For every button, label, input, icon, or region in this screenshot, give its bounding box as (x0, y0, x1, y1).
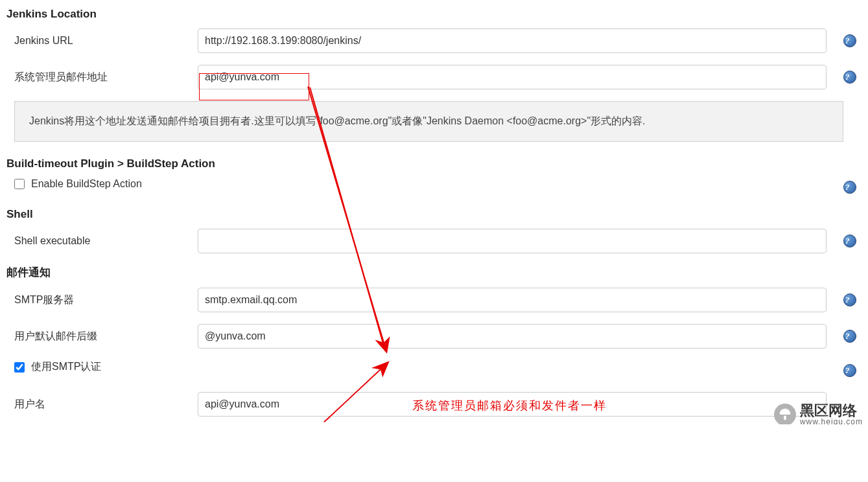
label-shell-exec: Shell executable (6, 235, 198, 247)
help-icon[interactable]: ? (843, 34, 856, 47)
input-smtp-server[interactable] (198, 288, 827, 312)
row-smtp-username: 用户名 (6, 392, 862, 417)
label-smtp-server: SMTP服务器 (6, 293, 198, 307)
row-smtp-auth: 使用SMTP认证 ? (6, 360, 862, 380)
label-smtp-auth: 使用SMTP认证 (31, 360, 101, 374)
input-admin-email[interactable] (198, 65, 827, 89)
section-jenkins-location-title: Jenkins Location (6, 8, 862, 21)
label-admin-email: 系统管理员邮件地址 (6, 71, 198, 84)
admin-email-description: Jenkins将用这个地址发送通知邮件给项目拥有者.这里可以填写"foo@acm… (14, 101, 843, 142)
row-shell-exec: Shell executable ? (6, 229, 862, 253)
label-mail-suffix: 用户默认邮件后缀 (6, 330, 198, 343)
help-icon[interactable]: ? (843, 330, 856, 343)
watermark-sub: www.heiqu.com (800, 418, 863, 424)
help-icon[interactable]: ? (843, 364, 856, 377)
help-icon[interactable]: ? (843, 181, 856, 194)
checkbox-smtp-auth[interactable] (14, 362, 25, 373)
section-shell-title: Shell (6, 208, 862, 221)
watermark-main: 黑区网络 (800, 404, 863, 418)
input-jenkins-url[interactable] (198, 29, 827, 53)
label-smtp-username: 用户名 (6, 398, 198, 411)
checkbox-enable-buildstep[interactable] (14, 179, 25, 189)
label-jenkins-url: Jenkins URL (6, 35, 198, 47)
row-mail-suffix: 用户默认邮件后缀 ? (6, 324, 862, 349)
help-icon[interactable]: ? (843, 293, 856, 306)
section-build-timeout-title: Build-timeout Plugin > BuildStep Action (6, 157, 862, 170)
row-jenkins-url: Jenkins URL ? (6, 29, 862, 53)
section-mail-title: 邮件通知 (6, 265, 862, 280)
mushroom-icon (774, 404, 796, 424)
row-smtp-server: SMTP服务器 ? (6, 288, 862, 312)
help-icon[interactable]: ? (843, 71, 856, 84)
input-smtp-username[interactable] (198, 392, 827, 417)
watermark: 黑区网络 www.heiqu.com (774, 404, 863, 424)
input-shell-exec[interactable] (198, 229, 827, 253)
row-admin-email: 系统管理员邮件地址 ? (6, 65, 862, 89)
row-enable-buildstep: Enable BuildStep Action ? (6, 178, 862, 196)
label-enable-buildstep: Enable BuildStep Action (31, 178, 142, 190)
input-mail-suffix[interactable] (198, 324, 827, 349)
help-icon[interactable]: ? (843, 235, 856, 247)
